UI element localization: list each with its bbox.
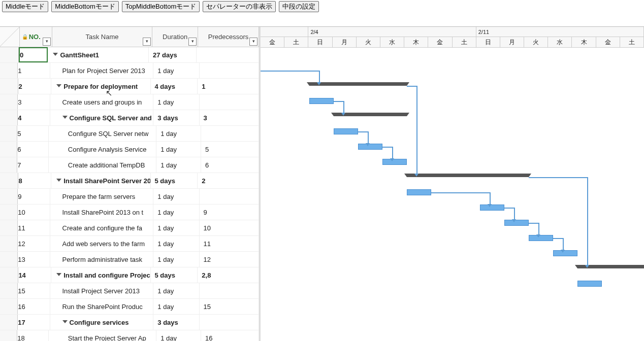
cell-predecessors[interactable]: 1 <box>198 79 259 94</box>
filter-button-no[interactable]: ▾ <box>43 38 51 46</box>
table-row[interactable]: 3Create users and groups in1 day <box>0 94 259 110</box>
gantt-task-bar[interactable] <box>382 159 407 165</box>
cell-no[interactable]: 10 <box>18 204 50 220</box>
cell-predecessors[interactable]: 2 <box>198 173 259 188</box>
gantt-task-bar[interactable] <box>577 281 602 287</box>
cell-no[interactable]: 2 <box>18 79 51 94</box>
cell-task[interactable]: Add web servers to the farm <box>50 236 154 251</box>
cell-predecessors[interactable]: 9 <box>200 204 259 220</box>
cell-duration[interactable]: 1 day <box>153 189 199 204</box>
expand-icon[interactable] <box>56 273 61 276</box>
table-row[interactable]: 1Plan for Project Server 20131 day <box>0 63 259 79</box>
row-header[interactable] <box>0 252 18 267</box>
cell-duration[interactable]: 1 day <box>153 252 199 267</box>
cell-task[interactable]: Start the Project Server Ap <box>49 330 156 341</box>
cell-duration[interactable]: 3 days <box>153 110 199 125</box>
table-row[interactable]: 14Install and configure Project5 days2,8 <box>0 267 259 283</box>
gantt-task-bar[interactable] <box>334 128 358 134</box>
cell-task[interactable]: Install Project Server 2013 <box>50 283 154 298</box>
cell-no[interactable]: 11 <box>18 220 50 235</box>
cell-no[interactable]: 9 <box>18 189 50 204</box>
gantt-task-bar[interactable] <box>407 189 431 195</box>
cell-no[interactable]: 15 <box>18 283 50 298</box>
row-header[interactable] <box>0 63 18 78</box>
table-row[interactable]: 17Configure services3 days <box>0 315 259 330</box>
row-header[interactable] <box>0 110 18 125</box>
table-row[interactable]: 6Configure Analysis Service1 day5 <box>0 142 259 157</box>
table-row[interactable]: 13Perform administrative task1 day12 <box>0 252 259 267</box>
cell-predecessors[interactable] <box>200 315 259 330</box>
row-header[interactable] <box>0 330 17 341</box>
cell-task[interactable]: Install SharePoint Server 20 <box>51 173 150 188</box>
cell-task[interactable]: Plan for Project Server 2013 <box>50 63 154 78</box>
column-header-duration[interactable]: Duration ▾ <box>152 27 198 47</box>
row-header[interactable] <box>0 236 18 251</box>
cell-predecessors[interactable]: 15 <box>200 299 259 314</box>
cell-predecessors[interactable] <box>201 126 259 141</box>
cell-predecessors[interactable]: 12 <box>200 252 259 267</box>
cell-task[interactable]: GanttSheet1 <box>48 47 149 62</box>
cell-duration[interactable]: 1 day <box>153 299 199 314</box>
task-grid[interactable]: 🔒 NO. ▾ Task Name ▾ Duration ▾ Predecess… <box>0 27 261 341</box>
cell-duration[interactable]: 1 day <box>156 157 201 173</box>
column-header-no[interactable]: 🔒 NO. ▾ <box>20 27 52 47</box>
cell-duration[interactable]: 27 days <box>149 47 197 62</box>
cell-no[interactable]: 18 <box>17 330 49 341</box>
cell-predecessors[interactable]: 10 <box>200 220 259 235</box>
row-header[interactable] <box>0 220 18 235</box>
cell-duration[interactable]: 1 day <box>153 63 199 78</box>
cell-no[interactable]: 5 <box>17 126 49 141</box>
table-row[interactable]: 12Add web servers to the farm1 day11 <box>0 236 259 252</box>
cell-task[interactable]: Run the SharePoint Produc <box>50 299 154 314</box>
cell-no[interactable]: 8 <box>18 173 51 188</box>
table-row[interactable]: 5Configure SQL Server netw1 day <box>0 126 259 142</box>
cell-no[interactable]: 16 <box>18 299 50 314</box>
table-row[interactable]: 4Configure SQL Server and A3 days3 <box>0 110 259 126</box>
cell-task[interactable]: Configure Analysis Service <box>49 142 156 157</box>
cell-predecessors[interactable]: 16 <box>201 330 259 341</box>
row-header[interactable] <box>0 94 18 110</box>
filter-button-predecessors[interactable]: ▾ <box>249 38 257 46</box>
expand-icon[interactable] <box>53 53 58 56</box>
expand-icon[interactable] <box>62 320 68 323</box>
row-header[interactable] <box>0 299 18 314</box>
cell-task[interactable]: Configure services <box>50 315 154 330</box>
row-header[interactable] <box>0 189 18 204</box>
filter-button-task[interactable]: ▾ <box>143 38 151 46</box>
row-header[interactable] <box>0 267 18 283</box>
row-header[interactable] <box>0 173 18 188</box>
cell-predecessors[interactable]: 6 <box>201 157 259 173</box>
table-row[interactable]: 10Install SharePoint 2013 on t1 day9 <box>0 204 259 220</box>
mode-middle-button[interactable]: Middleモード <box>2 1 48 12</box>
grid-body[interactable]: 0GanttSheet127 days1Plan for Project Ser… <box>0 47 259 341</box>
row-header[interactable] <box>0 315 18 330</box>
gantt-body[interactable] <box>261 48 644 341</box>
row-header[interactable] <box>0 79 18 94</box>
cell-predecessors[interactable]: 11 <box>200 236 259 251</box>
cell-predecessors[interactable] <box>200 94 259 110</box>
gantt-task-bar[interactable] <box>309 98 334 104</box>
cell-duration[interactable]: 1 day <box>153 204 199 220</box>
column-header-predecessors[interactable]: Predecessors ▾ <box>198 27 259 47</box>
column-header-task[interactable]: Task Name ▾ <box>52 27 152 47</box>
cell-predecessors[interactable] <box>200 283 259 298</box>
expand-icon[interactable] <box>56 179 61 182</box>
table-row[interactable]: 0GanttSheet127 days <box>0 47 259 63</box>
expand-icon[interactable] <box>62 116 68 119</box>
gantt-task-bar[interactable] <box>358 144 382 150</box>
gantt-task-bar[interactable] <box>529 235 553 241</box>
gantt-task-bar[interactable] <box>504 220 529 226</box>
cell-predecessors[interactable] <box>197 47 259 62</box>
cell-duration[interactable]: 5 days <box>151 267 198 283</box>
cell-no[interactable]: 12 <box>18 236 50 251</box>
table-row[interactable]: 15Install Project Server 20131 day <box>0 283 259 299</box>
gantt-summary-bar[interactable] <box>309 82 407 86</box>
cell-duration[interactable]: 3 days <box>153 315 199 330</box>
cell-no[interactable]: 17 <box>18 315 50 330</box>
cell-duration[interactable]: 1 day <box>153 236 199 251</box>
row-header[interactable] <box>0 47 19 62</box>
filter-button-duration[interactable]: ▾ <box>188 38 197 46</box>
row-header[interactable] <box>0 142 17 157</box>
table-row[interactable]: 2Prepare for deployment4 days1 <box>0 79 259 94</box>
cell-task[interactable]: Configure SQL Server netw <box>49 126 156 141</box>
